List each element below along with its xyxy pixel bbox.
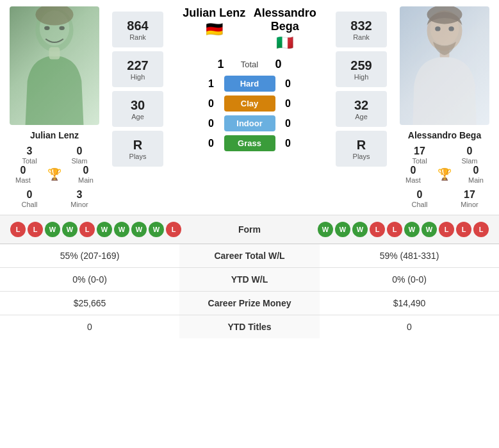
player-right-main-label: Main: [468, 176, 484, 184]
ytd-titles-label: YTD Titles: [179, 315, 320, 339]
ytd-wl-right: 0% (0-0): [320, 268, 499, 292]
player-right-name: Alessandro Bega: [408, 130, 481, 140]
hard-row: 1 Hard 0: [172, 76, 327, 92]
player-right-mast-value: 0: [411, 165, 416, 176]
form-badge-w: W: [421, 222, 437, 237]
player-right-stats: 17 Total 0 Slam: [393, 145, 496, 165]
player-left-trophy-row: 0 Mast 🏆 0 Main: [3, 165, 106, 184]
right-plays-box: R Plays: [336, 131, 387, 167]
right-rank-value: 832: [345, 18, 378, 33]
player-left-stats: 3 Total 0 Slam: [3, 145, 106, 165]
player-right-chall-label: Chall: [411, 201, 427, 208]
left-rank-box: 864 Rank: [112, 12, 163, 47]
player-left-main-label: Main: [78, 176, 94, 184]
hard-button[interactable]: Hard: [224, 76, 275, 92]
player-left-photo: [10, 6, 99, 125]
players-section: Julian Lenz 3 Total 0 Slam 0 Mast 🏆 0: [0, 0, 499, 215]
player-right-total-cell: 17 Total: [398, 145, 441, 165]
ytd-wl-row: 0% (0-0) YTD W/L 0% (0-0): [0, 268, 499, 292]
left-rank-value: 864: [121, 18, 154, 33]
player-right-main-value: 0: [473, 165, 479, 176]
left-form-badges: LLWWLWWWWL: [10, 222, 181, 237]
prize-money-label: Career Prize Money: [179, 292, 320, 315]
form-badge-l: L: [166, 222, 181, 237]
player-left-chall-value: 0: [27, 189, 33, 201]
grass-button[interactable]: Grass: [224, 135, 275, 151]
right-age-value: 32: [345, 97, 378, 113]
clay-button[interactable]: Clay: [224, 95, 275, 112]
player-right-minor-value: 17: [464, 189, 475, 201]
left-high-box: 227 High: [112, 51, 163, 87]
player-right-photo: [400, 6, 489, 125]
player-right-mast-cell: 0 Mast: [405, 165, 421, 184]
form-badge-w: W: [404, 222, 420, 237]
trophy-icon-left: 🏆: [47, 167, 61, 181]
career-wl-left: 55% (207-169): [0, 244, 179, 268]
player-right-slam-label: Slam: [461, 157, 477, 165]
total-row: 1 Total 0: [172, 58, 327, 71]
left-plays-label: Plays: [121, 153, 154, 160]
right-plays-value: R: [345, 137, 378, 153]
hard-left-score: 1: [205, 78, 218, 90]
clay-left-score: 0: [205, 98, 218, 110]
form-badge-l: L: [473, 222, 489, 237]
right-player-header: Alessandro Bega 🇮🇹: [250, 6, 321, 51]
grass-left-score: 0: [205, 138, 218, 149]
right-age-box: 32 Age: [336, 91, 387, 127]
player-left-minor-value: 3: [77, 189, 83, 201]
indoor-row: 0 Indoor 0: [172, 115, 327, 131]
right-form-badges: WWWLLWWLLL: [318, 222, 489, 237]
career-wl-right: 59% (481-331): [320, 244, 499, 268]
form-badge-l: L: [28, 222, 43, 237]
player-left-name: Julian Lenz: [30, 130, 79, 140]
form-badge-l: L: [439, 222, 454, 237]
left-player-title: Julian Lenz: [179, 6, 250, 20]
player-left-mast-label: Mast: [15, 176, 31, 184]
left-rank-label: Rank: [121, 33, 154, 41]
player-left-main-value: 0: [83, 165, 89, 176]
player-right-minor-cell: 17 Minor: [448, 189, 491, 208]
right-rank-box: 832 Rank: [336, 12, 387, 47]
form-badge-l: L: [370, 222, 385, 237]
right-plays-label: Plays: [345, 153, 378, 160]
player-left-mast-cell: 0 Mast: [15, 165, 31, 184]
left-info-boxes: 864 Rank 227 High 30 Age R Plays: [106, 6, 170, 167]
names-row: Julian Lenz 🇩🇪 Alessandro Bega 🇮🇹: [172, 6, 327, 51]
prize-money-left: $25,665: [0, 292, 179, 315]
hard-right-score: 0: [282, 78, 295, 90]
left-age-value: 30: [121, 97, 154, 113]
right-rank-label: Rank: [345, 33, 378, 41]
player-right-slam-cell: 0 Slam: [448, 145, 491, 165]
left-age-label: Age: [121, 113, 154, 120]
form-badge-l: L: [456, 222, 471, 237]
indoor-button[interactable]: Indoor: [224, 115, 275, 131]
svg-point-10: [435, 26, 440, 31]
prize-money-right: $14,490: [320, 292, 499, 315]
player-left-total-label: Total: [22, 157, 37, 165]
right-high-value: 259: [345, 58, 378, 73]
svg-point-4: [44, 26, 49, 30]
form-badge-w: W: [62, 222, 78, 237]
career-wl-row: 55% (207-169) Career Total W/L 59% (481-…: [0, 244, 499, 268]
form-badge-l: L: [10, 222, 26, 237]
trophy-icon-right: 🏆: [438, 167, 452, 181]
ytd-titles-left: 0: [0, 315, 179, 339]
player-right-minor-label: Minor: [461, 201, 479, 208]
right-high-box: 259 High: [336, 51, 387, 87]
form-badge-w: W: [97, 222, 112, 237]
right-high-label: High: [345, 73, 378, 81]
main-container: Julian Lenz 3 Total 0 Slam 0 Mast 🏆 0: [0, 0, 499, 448]
svg-rect-2: [49, 47, 60, 59]
player-right-total-label: Total: [412, 157, 427, 165]
player-right-chall-value: 0: [417, 189, 423, 201]
left-age-box: 30 Age: [112, 91, 163, 127]
player-left-slam-label: Slam: [71, 157, 87, 165]
left-high-label: High: [121, 73, 154, 81]
left-plays-box: R Plays: [112, 131, 163, 167]
center-section: Julian Lenz 🇩🇪 Alessandro Bega 🇮🇹 1 Tota…: [170, 6, 329, 153]
career-wl-label: Career Total W/L: [179, 244, 320, 268]
total-right-score: 0: [275, 58, 282, 71]
svg-point-11: [448, 26, 454, 31]
player-left-slam-value: 0: [77, 145, 83, 157]
player-left-slam-cell: 0 Slam: [58, 145, 101, 165]
